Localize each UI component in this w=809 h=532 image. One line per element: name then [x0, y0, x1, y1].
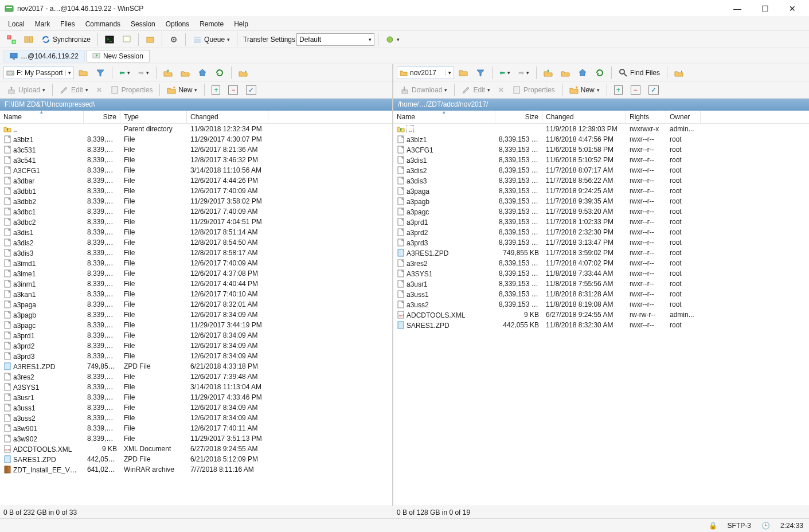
local-parent-icon[interactable] [160, 66, 176, 79]
local-check-icon[interactable]: ✓ [243, 84, 260, 96]
list-item[interactable]: a3prd38,339,153 KB11/7/2018 3:13:47 PMrw… [393, 237, 809, 248]
list-item[interactable]: a3dbar8,339,15...File12/6/2017 4:44:26 P… [0, 175, 392, 186]
remote-open-folder-icon[interactable] [455, 66, 471, 79]
session-tab-active[interactable]: …@104.46.119.22 [3, 50, 85, 62]
list-item[interactable]: A3SYS18,339,15...File3/14/2018 11:13:04 … [0, 382, 392, 392]
remote-parent-icon[interactable] [540, 66, 556, 79]
local-open-folder-icon[interactable] [75, 66, 91, 79]
remote-bookmark-icon[interactable] [671, 66, 687, 79]
list-item[interactable]: a3dis38,339,153 KB11/7/2018 8:56:22 AMrw… [393, 175, 809, 186]
compare-dirs-icon[interactable] [3, 33, 19, 46]
menu-mark[interactable]: Mark [30, 19, 55, 29]
remote-col-owner[interactable]: Owner [666, 111, 701, 123]
maximize-button[interactable]: ☐ [756, 4, 773, 13]
list-item[interactable]: a3prd38,339,15...File12/6/2017 8:34:09 A… [0, 351, 392, 361]
remote-delete-icon[interactable]: ✕ [495, 84, 507, 96]
local-back-button[interactable]: ⬅ ▾ [116, 67, 134, 79]
menu-commands[interactable]: Commands [81, 19, 125, 29]
list-item[interactable]: a3paga8,339,153 KB11/7/2018 9:24:25 AMrw… [393, 186, 809, 196]
local-plus-icon[interactable]: + [208, 84, 224, 96]
list-item[interactable]: a3usr18,339,15...File11/29/2017 4:33:46 … [0, 392, 392, 402]
remote-new-button[interactable]: ✶New ▾ [566, 84, 603, 96]
list-item[interactable]: ..Parent directory11/9/2018 12:32:34 PM [0, 124, 392, 134]
local-properties-button[interactable]: Properties [107, 84, 157, 96]
local-home-icon[interactable] [194, 66, 210, 79]
close-button[interactable]: ✕ [784, 4, 801, 13]
list-item[interactable]: SARES1.ZPD442,055 KBZPD File6/21/2018 5:… [0, 454, 392, 464]
list-item[interactable]: a3pagb8,339,15...File12/6/2017 8:34:09 A… [0, 310, 392, 320]
remote-plus-icon[interactable]: + [611, 84, 626, 96]
list-item[interactable]: a3imd18,339,15...File12/6/2017 7:40:09 A… [0, 258, 392, 268]
list-item[interactable]: a3uss18,339,153 KB11/8/2018 8:31:28 AMrw… [393, 289, 809, 299]
remote-filter-icon[interactable] [472, 66, 488, 79]
menu-session[interactable]: Session [126, 19, 160, 29]
list-item[interactable]: ZDT_Install_EE_V12.0....641,024 KBWinRAR… [0, 464, 392, 475]
list-item[interactable]: a3prd28,339,15...File12/6/2017 8:34:09 A… [0, 341, 392, 351]
local-bookmark-icon[interactable] [235, 66, 251, 79]
menu-options[interactable]: Options [161, 19, 194, 29]
list-item[interactable]: a3w9018,339,15...File12/6/2017 7:40:11 A… [0, 423, 392, 433]
list-item[interactable]: a3pagb8,339,153 KB11/7/2018 9:39:35 AMrw… [393, 196, 809, 206]
list-item[interactable]: A3RES1.ZPD749,855 KB11/7/2018 3:59:02 PM… [393, 248, 809, 258]
list-item[interactable]: a3prd18,339,15...File12/6/2017 8:34:09 A… [0, 330, 392, 341]
local-refresh-icon[interactable] [212, 66, 228, 79]
list-item[interactable]: A3CFG18,339,153 KB11/6/2018 5:01:58 PMrw… [393, 144, 809, 155]
remote-minus-icon[interactable]: − [627, 84, 644, 96]
list-item[interactable]: a3uss28,339,15...File12/6/2017 8:34:09 A… [0, 413, 392, 423]
remote-col-size[interactable]: Size [495, 111, 542, 123]
new-session-tab[interactable]: ✶ New Session [86, 50, 150, 62]
list-item[interactable]: a3c5318,339,15...File12/6/2017 8:21:36 A… [0, 144, 392, 155]
local-file-list[interactable]: Name Size Type Changed ..Parent director… [0, 111, 392, 506]
list-item[interactable]: a3blz18,339,153 KB11/6/2018 4:47:56 PMrw… [393, 134, 809, 144]
list-item[interactable]: a3prd28,339,153 KB11/7/2018 2:32:30 PMrw… [393, 227, 809, 237]
menu-remote[interactable]: Remote [195, 19, 228, 29]
list-item[interactable]: a3dbb28,339,15...File11/29/2017 3:58:02 … [0, 196, 392, 206]
list-item[interactable]: a3dis28,339,153 KB11/7/2018 8:07:17 AMrw… [393, 165, 809, 175]
putty-icon[interactable] [119, 33, 135, 46]
synchronize-button[interactable]: Synchronize [38, 33, 94, 46]
remote-col-changed[interactable]: Changed [542, 111, 626, 123]
list-item[interactable]: ..11/9/2018 12:39:03 PMrwxrwxr-xadmin... [393, 124, 809, 134]
list-item[interactable]: a3res28,339,153 KB11/7/2018 4:07:02 PMrw… [393, 258, 809, 268]
list-item[interactable]: SARES1.ZPD442,055 KB11/8/2018 8:32:30 AM… [393, 320, 809, 330]
list-item[interactable]: xmlADCDTOOLS.XML9 KBXML Document6/27/201… [0, 444, 392, 454]
list-item[interactable]: a3dis38,339,15...File12/8/2017 8:58:17 A… [0, 248, 392, 258]
menu-files[interactable]: Files [56, 19, 79, 29]
list-item[interactable]: a3pagc8,339,15...File11/29/2017 3:44:19 … [0, 320, 392, 330]
console-icon[interactable]: >_ [101, 33, 118, 46]
remote-check-icon[interactable]: ✓ [645, 84, 662, 96]
menu-local[interactable]: Local [3, 19, 29, 29]
menu-help[interactable]: Help [229, 19, 253, 29]
list-item[interactable]: xmlADCDTOOLS.XML9 KB6/27/2018 9:24:55 AM… [393, 310, 809, 320]
remote-col-rights[interactable]: Rights [626, 111, 666, 123]
upload-button[interactable]: Upload ▾ [3, 84, 49, 96]
list-item[interactable]: a3uss18,339,15...File12/6/2017 8:34:09 A… [0, 402, 392, 413]
list-item[interactable]: a3inm18,339,15...File12/6/2017 4:40:44 P… [0, 279, 392, 289]
local-forward-button[interactable]: ➡ ▾ [135, 67, 153, 79]
list-item[interactable]: a3blz18,339,15...File11/29/2017 4:30:07 … [0, 134, 392, 144]
remote-col-name[interactable]: Name [393, 111, 495, 123]
list-item[interactable]: a3res28,339,15...File12/6/2017 7:39:48 A… [0, 371, 392, 382]
list-item[interactable]: a3ime18,339,15...File12/6/2017 4:37:08 P… [0, 268, 392, 279]
list-item[interactable]: A3SYS18,339,153 KB11/8/2018 7:33:44 AMrw… [393, 268, 809, 279]
list-item[interactable]: a3dbb18,339,15...File12/6/2017 7:40:09 A… [0, 186, 392, 196]
list-item[interactable]: a3dis28,339,15...File12/8/2017 8:54:50 A… [0, 237, 392, 248]
list-item[interactable]: a3pagc8,339,153 KB11/7/2018 9:53:20 AMrw… [393, 206, 809, 217]
local-col-name[interactable]: Name [0, 111, 84, 123]
options-icon[interactable] [166, 33, 182, 46]
local-minus-icon[interactable]: − [225, 84, 241, 96]
find-files-button[interactable]: Find Files [615, 66, 663, 79]
remote-folder-combo[interactable]: nov2017 ▾ [397, 66, 454, 79]
sync-browse-icon[interactable] [21, 33, 37, 46]
list-item[interactable]: a3c5418,339,15...File12/8/2017 3:46:32 P… [0, 155, 392, 165]
list-item[interactable]: a3usr18,339,153 KB11/8/2018 7:55:56 AMrw… [393, 279, 809, 289]
remote-back-button[interactable]: ⬅ ▾ [496, 67, 514, 79]
list-item[interactable]: a3uss28,339,153 KB11/8/2018 8:19:08 AMrw… [393, 299, 809, 310]
local-col-type[interactable]: Type [120, 111, 187, 123]
local-col-changed[interactable]: Changed [187, 111, 268, 123]
transfer-settings-combo[interactable]: Default▾ [296, 33, 374, 46]
local-drive-combo[interactable]: F: My Passport ▾ [3, 66, 74, 79]
list-item[interactable]: A3RES1.ZPD749,855 KBZPD File6/21/2018 4:… [0, 361, 392, 371]
remote-forward-button[interactable]: ➡ ▾ [515, 67, 533, 79]
local-path-bar[interactable]: F:\IBM ZD&T\Uncompressed\ [0, 99, 392, 111]
